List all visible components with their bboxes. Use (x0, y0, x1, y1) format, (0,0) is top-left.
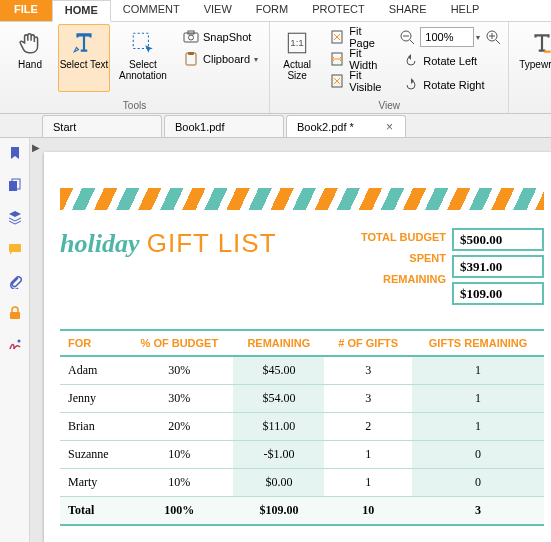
group-typewriter: Typewriter (509, 22, 551, 113)
fit-width-button[interactable]: Fit Width (322, 48, 394, 70)
close-icon[interactable]: × (384, 120, 395, 134)
ribbon: Hand Select Text Select Annotation (0, 22, 551, 114)
select-text-button[interactable]: Select Text (58, 24, 110, 92)
group-tools: Hand Select Text Select Annotation (0, 22, 270, 113)
svg-line-15 (496, 40, 500, 44)
header-stripe (60, 188, 544, 210)
expand-arrow-icon[interactable]: ▶ (32, 142, 40, 153)
actual-size-label: Actual Size (275, 59, 319, 81)
table-row: Adam30%$45.0031 (60, 356, 544, 385)
svg-rect-21 (9, 244, 21, 252)
fit-page-label: Fit Page (349, 25, 387, 49)
menu-bar: FILE HOME COMMENT VIEW FORM PROTECT SHAR… (0, 0, 551, 22)
rotate-right-button[interactable]: Rotate Right (396, 74, 504, 96)
snapshot-button[interactable]: SnapShot (176, 26, 265, 48)
svg-point-2 (189, 35, 194, 40)
table-header-row: FOR % OF BUDGET REMAINING # OF GIFTS GIF… (60, 330, 544, 356)
camera-icon (183, 29, 199, 45)
rotate-right-label: Rotate Right (423, 79, 484, 91)
rotate-left-label: Rotate Left (423, 55, 477, 67)
actual-size-button[interactable]: 1:1 Actual Size (274, 24, 320, 92)
typewriter-label: Typewriter (519, 59, 551, 70)
chevron-down-icon: ▾ (254, 55, 258, 64)
group-view-label: View (274, 99, 504, 113)
budget-summary: TOTAL BUDGET SPENT REMAINING $500.00 $39… (361, 228, 544, 305)
attachment-icon[interactable] (6, 272, 24, 290)
table-row: Jenny30%$54.0031 (60, 385, 544, 413)
svg-line-12 (410, 40, 414, 44)
sidebar (0, 138, 30, 542)
total-budget-value: $500.00 (452, 228, 544, 251)
svg-point-23 (17, 340, 20, 343)
actual-size-icon: 1:1 (283, 29, 311, 57)
hand-label: Hand (18, 59, 42, 70)
pages-icon[interactable] (6, 176, 24, 194)
fit-page-icon (329, 29, 345, 45)
typewriter-icon (528, 29, 551, 57)
zoom-input[interactable] (420, 27, 474, 47)
menu-form[interactable]: FORM (244, 0, 300, 21)
fit-page-button[interactable]: Fit Page (322, 26, 394, 48)
layers-icon[interactable] (6, 208, 24, 226)
menu-file[interactable]: FILE (0, 0, 52, 21)
snapshot-label: SnapShot (203, 31, 251, 43)
svg-rect-5 (188, 52, 194, 55)
fit-visible-label: Fit Visible (349, 69, 387, 93)
select-text-icon (70, 29, 98, 57)
menu-share[interactable]: SHARE (377, 0, 439, 21)
table-row: Marty10%$0.0010 (60, 469, 544, 497)
select-annotation-icon (129, 29, 157, 57)
svg-rect-22 (10, 312, 20, 319)
tab-book1[interactable]: Book1.pdf (164, 115, 284, 137)
menu-home[interactable]: HOME (52, 0, 111, 22)
menu-protect[interactable]: PROTECT (300, 0, 377, 21)
clipboard-icon (183, 51, 199, 67)
fit-width-icon (329, 51, 345, 67)
chevron-down-icon[interactable]: ▾ (476, 33, 480, 42)
fit-visible-button[interactable]: Fit Visible (322, 70, 394, 92)
page: holiday GIFT LIST TOTAL BUDGET SPENT REM… (44, 152, 551, 542)
fit-visible-icon (329, 73, 345, 89)
group-tools-label: Tools (4, 99, 265, 113)
comment-icon[interactable] (6, 240, 24, 258)
select-annotation-button[interactable]: Select Annotation (112, 24, 174, 92)
fit-width-label: Fit Width (349, 47, 387, 71)
zoom-out-icon (399, 29, 415, 45)
menu-help[interactable]: HELP (439, 0, 492, 21)
rotate-left-icon (403, 53, 419, 69)
hand-button[interactable]: Hand (4, 24, 56, 92)
tab-start[interactable]: Start (42, 115, 162, 137)
table-row: Suzanne10%-$1.0010 (60, 441, 544, 469)
clipboard-button[interactable]: Clipboard ▾ (176, 48, 265, 70)
table-row: Brian20%$11.0021 (60, 413, 544, 441)
rotate-left-button[interactable]: Rotate Left (396, 50, 504, 72)
zoom-out-button[interactable] (396, 26, 418, 48)
signature-icon[interactable] (6, 336, 24, 354)
remaining-value: $109.00 (452, 282, 544, 305)
tab-book2[interactable]: Book2.pdf * × (286, 115, 406, 137)
group-view: 1:1 Actual Size Fit Page Fit Width Fit V… (270, 22, 509, 113)
menu-view[interactable]: VIEW (192, 0, 244, 21)
page-title: holiday GIFT LIST (60, 228, 277, 259)
table-total-row: Total100%$109.00103 (60, 497, 544, 526)
zoom-in-button[interactable] (482, 26, 504, 48)
lock-icon[interactable] (6, 304, 24, 322)
spent-value: $391.00 (452, 255, 544, 278)
hand-icon (16, 29, 44, 57)
select-text-label: Select Text (60, 59, 109, 70)
svg-text:1:1: 1:1 (290, 37, 304, 48)
menu-comment[interactable]: COMMENT (111, 0, 192, 21)
workspace: ▶ holiday GIFT LIST TOTAL BUDGET SPENT R… (0, 138, 551, 542)
select-annotation-label: Select Annotation (113, 59, 173, 81)
zoom-in-icon (485, 29, 501, 45)
document-area[interactable]: ▶ holiday GIFT LIST TOTAL BUDGET SPENT R… (30, 138, 551, 542)
document-tabs: Start Book1.pdf Book2.pdf * × (0, 114, 551, 138)
typewriter-button[interactable]: Typewriter (513, 24, 551, 92)
gift-table: FOR % OF BUDGET REMAINING # OF GIFTS GIF… (60, 329, 544, 526)
bookmark-icon[interactable] (6, 144, 24, 162)
rotate-right-icon (403, 77, 419, 93)
clipboard-label: Clipboard (203, 53, 250, 65)
